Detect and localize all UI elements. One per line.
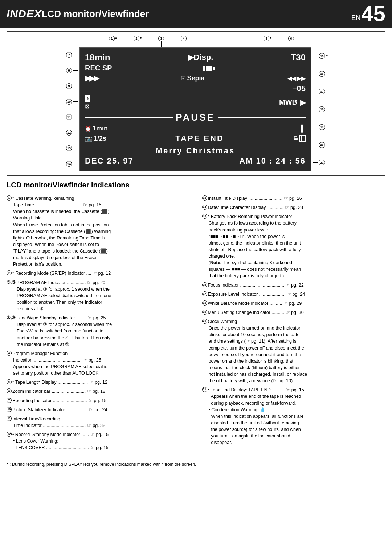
person-icons: ▶▶	[297, 75, 306, 82]
item-7-num: 7	[7, 398, 12, 403]
callout-num-6: 6	[288, 36, 294, 41]
cn-17: 17	[319, 89, 325, 94]
item-15-l3: "■■■→■■→■→□". When the power is	[209, 233, 386, 240]
item-12-l2: LENS COVER .............................…	[13, 444, 190, 451]
cn-18: 18	[319, 106, 325, 112]
lcd-rec-sp: REC SP	[85, 64, 112, 72]
item-38-text: PROGRAM AE Indicator ............... ☞ p…	[16, 279, 105, 286]
item-13-text: Instant Title Display ..................…	[208, 195, 302, 202]
lcd-row-1: 18min ▶Disp. T30	[85, 52, 306, 62]
item-16-num: 16	[202, 282, 207, 287]
item-15: 15 * Battery Pack Remaining Power Indica…	[202, 213, 386, 279]
item-4-l1: Indication .............................…	[13, 357, 190, 363]
callout-num-2: 2	[134, 36, 139, 41]
tape-end-text: TAPE END	[175, 134, 224, 143]
item-21-l1: Appears when the end of the tape is reac…	[209, 393, 386, 400]
left-callout-13: 13	[66, 145, 78, 151]
date-text: DEC 25. 97	[85, 156, 134, 166]
item-15-header: 15 * Battery Pack Remaining Power Indica…	[202, 213, 386, 220]
item-5-num: 5	[7, 379, 12, 384]
clock-sym: ⏰	[85, 126, 91, 132]
item-2-text: * Recording Mode (SP/EP) Indicator .... …	[12, 270, 111, 277]
item-13-header: 13 Instant Title Display ...............…	[202, 195, 386, 202]
cn-21: 21	[319, 160, 325, 165]
item-14-num: 14	[202, 205, 207, 210]
item-39-header: ③,⑨ Fade/Wipe Standby Indicator ........…	[7, 315, 190, 321]
item-20-l9: the old battery with, a new one (☞ pg. 1…	[209, 378, 386, 384]
callout-3-wrapper: 3	[158, 36, 164, 47]
cam-icon: 📷	[85, 135, 92, 142]
vline-6	[291, 41, 291, 47]
right-callout-16: 16	[313, 71, 325, 77]
vline-2	[138, 41, 138, 47]
section-title: LCD monitor/Viewfinder Indications	[7, 181, 385, 191]
left-arrows: ◀◀	[287, 75, 296, 82]
item-19-text: Menu Setting Change Indicator ..........…	[208, 309, 304, 316]
left-callout-10: 10	[66, 99, 78, 105]
hline-16	[313, 74, 318, 74]
item-21-l5: disabled. Turn the unit off (without rem…	[209, 420, 386, 426]
pause-line-left	[85, 117, 173, 118]
hline-9	[73, 86, 78, 86]
item-20-text: Clock Warning	[208, 318, 237, 325]
callout-3: 3	[158, 36, 164, 41]
item-21: 21 • Tape End Display: TAPE END ........…	[202, 387, 386, 446]
item-20-l8: not installed or has discharged. Install…	[209, 371, 386, 378]
left-callout-8: 8	[66, 68, 78, 73]
hline-20	[313, 145, 318, 145]
bat-bar-1	[203, 66, 205, 71]
item-12: 12 • Record–Standby Mode Indicator .....…	[7, 431, 190, 451]
lcd-diagram-section: 1 * 2 * 3 4	[7, 31, 385, 176]
item-1-text: * Cassette Warning/Remaining	[12, 195, 74, 202]
item-15-l9: that the battery pack is fully charged.)	[209, 273, 386, 279]
right-callout-17: 17	[313, 89, 325, 94]
item-12-num: 12	[7, 432, 12, 437]
item-4-header: 4 Program Manager Function	[7, 350, 190, 357]
rec-square: ▌	[299, 135, 306, 142]
header-title: INDEX LCD monitor/Viewfinder	[7, 8, 149, 20]
item-20-l6: power on and the indicator is blinking, …	[209, 358, 386, 364]
mwb-label: MWB	[279, 98, 297, 106]
hline-17	[313, 92, 318, 92]
grid-icon: ⊠	[85, 103, 90, 110]
item-39-l2: Fade/Wipe is switched from one function …	[17, 328, 190, 334]
footer-note: * : During recording, pressing DISPLAY l…	[7, 459, 385, 467]
callout-2: 2 *	[134, 36, 142, 41]
item-20-body: Once the power is turned on and the indi…	[209, 325, 386, 384]
pause-line-right	[218, 117, 306, 118]
item-14: 14 Date/Time Character Display .........…	[202, 204, 386, 211]
item-5: 5 * Tape Length Display ................…	[7, 379, 190, 386]
hline-19	[313, 127, 318, 127]
cn-9: 9	[66, 83, 72, 89]
title-rest: LCD monitor/Viewfinder	[42, 8, 149, 20]
cn-11: 11	[66, 114, 72, 120]
vline-4	[184, 41, 184, 47]
right-callouts-column: 15 * 16 17 18 19 20	[311, 47, 332, 171]
left-callout-12: 12	[66, 130, 78, 136]
item-38-body: Displayed at ③ for approx. 1 second when…	[17, 286, 190, 312]
bat-tip	[213, 67, 215, 70]
item-14-header: 14 Date/Time Character Display .........…	[202, 204, 386, 211]
item-7: 7 Recording Indicator ..................…	[7, 397, 190, 404]
item-4-num: 4	[7, 351, 12, 356]
lcd-row-2: REC SP	[85, 64, 306, 72]
item-1-line-7: displayed. When the Power switch is set …	[13, 241, 190, 248]
lcd-row-5: ♪ ⊠ MWB ▶	[85, 95, 306, 110]
lcd-row-3: ▶▶▶ ☑ Sepia ◀◀ ▶▶	[85, 74, 306, 82]
cn-8: 8	[66, 68, 72, 73]
item-18-num: 18	[202, 300, 207, 306]
cam-area: 📷 1/2s	[85, 135, 106, 142]
hline-18	[313, 109, 318, 109]
item-17: 17 Exposure Level Indicator ............…	[202, 291, 386, 298]
item-15-l7: (Note: The symbol containing 3 darkened	[209, 259, 386, 266]
lcd-row-4: –05	[85, 84, 306, 93]
bat-bar-2	[206, 66, 209, 71]
item-19-header: 19 Menu Setting Change Indicator .......…	[202, 309, 386, 316]
cn-20: 20	[319, 142, 325, 148]
item-1-line-9: mark is displayed regardless of the Eras…	[13, 254, 190, 261]
item-1-line-5: that allows recording: the Cassette (⬛) …	[13, 228, 190, 235]
cn-16: 16	[319, 71, 325, 77]
item-38-l4: remains at ⑧.	[17, 306, 190, 312]
right-callout-19: 19	[313, 124, 325, 130]
sound-icon: ♪	[85, 95, 90, 102]
